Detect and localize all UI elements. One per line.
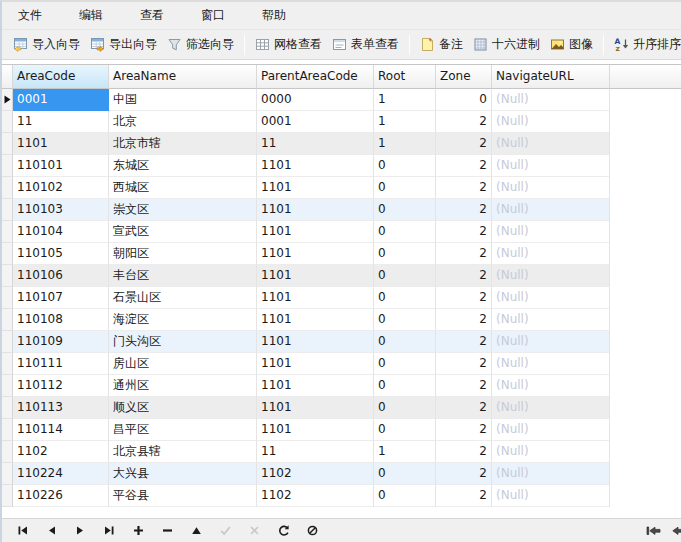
- row-indicator-cell[interactable]: [2, 177, 13, 199]
- cell-root[interactable]: 0: [374, 199, 436, 221]
- export-wizard-button[interactable]: 导出向导: [85, 33, 162, 56]
- menu-item-window[interactable]: 窗口: [189, 2, 237, 29]
- cell-areaname[interactable]: 北京县辖: [109, 441, 257, 463]
- column-header-navigateurl[interactable]: NavigateURL: [492, 65, 610, 89]
- cell-zone[interactable]: 2: [436, 397, 492, 419]
- hex-button[interactable]: 十六进制: [468, 33, 545, 56]
- nav-next-button[interactable]: [70, 522, 90, 542]
- cell-navigateurl[interactable]: (Null): [492, 419, 610, 441]
- cell-areacode[interactable]: 110103: [13, 199, 109, 221]
- cell-root[interactable]: 0: [374, 221, 436, 243]
- grid-view-button[interactable]: 网格查看: [250, 33, 327, 56]
- row-indicator-cell[interactable]: [2, 199, 13, 221]
- column-header-areacode[interactable]: AreaCode: [13, 65, 109, 89]
- cell-parentareacode[interactable]: 1101: [257, 331, 374, 353]
- cell-areaname[interactable]: 大兴县: [109, 463, 257, 485]
- cell-root[interactable]: 1: [374, 111, 436, 133]
- row-indicator-cell[interactable]: [2, 221, 13, 243]
- import-wizard-button[interactable]: 导入向导: [8, 33, 85, 56]
- cell-parentareacode[interactable]: 1101: [257, 199, 374, 221]
- cell-zone[interactable]: 2: [436, 463, 492, 485]
- cell-parentareacode[interactable]: 1101: [257, 177, 374, 199]
- nav-delete-button[interactable]: [157, 522, 177, 542]
- cell-zone[interactable]: 2: [436, 155, 492, 177]
- cell-root[interactable]: 1: [374, 441, 436, 463]
- filter-wizard-button[interactable]: 筛选向导: [162, 33, 239, 56]
- nav-insert-button[interactable]: [128, 522, 148, 542]
- cell-root[interactable]: 0: [374, 419, 436, 441]
- cell-root[interactable]: 0: [374, 353, 436, 375]
- cell-zone[interactable]: 2: [436, 243, 492, 265]
- cell-areaname[interactable]: 朝阳区: [109, 243, 257, 265]
- row-indicator-cell[interactable]: [2, 463, 13, 485]
- cell-zone[interactable]: 2: [436, 177, 492, 199]
- row-indicator-cell[interactable]: [2, 265, 13, 287]
- cell-areaname[interactable]: 顺义区: [109, 397, 257, 419]
- cell-areacode[interactable]: 110113: [13, 397, 109, 419]
- cell-zone[interactable]: 0: [436, 89, 492, 111]
- cell-parentareacode[interactable]: 1101: [257, 265, 374, 287]
- image-button[interactable]: 图像: [545, 33, 598, 56]
- cell-zone[interactable]: 2: [436, 133, 492, 155]
- cell-zone[interactable]: 2: [436, 221, 492, 243]
- menu-item-help[interactable]: 帮助: [250, 2, 298, 29]
- cell-zone[interactable]: 2: [436, 485, 492, 507]
- cell-zone[interactable]: 2: [436, 441, 492, 463]
- cell-areaname[interactable]: 北京: [109, 111, 257, 133]
- cell-areacode[interactable]: 110109: [13, 331, 109, 353]
- cell-navigateurl[interactable]: (Null): [492, 111, 610, 133]
- nav-first-button[interactable]: [12, 522, 32, 542]
- cell-navigateurl[interactable]: (Null): [492, 331, 610, 353]
- row-indicator-cell[interactable]: [2, 419, 13, 441]
- row-indicator-cell[interactable]: [2, 111, 13, 133]
- cell-navigateurl[interactable]: (Null): [492, 397, 610, 419]
- nav-refresh-button[interactable]: [273, 522, 293, 542]
- menu-item-view[interactable]: 查看: [128, 2, 176, 29]
- cell-root[interactable]: 0: [374, 331, 436, 353]
- cell-areacode[interactable]: 0001: [13, 89, 109, 111]
- menu-item-file[interactable]: 文件: [6, 2, 54, 29]
- nav-last-button[interactable]: [99, 522, 119, 542]
- cell-root[interactable]: 1: [374, 133, 436, 155]
- cell-navigateurl[interactable]: (Null): [492, 375, 610, 397]
- cell-zone[interactable]: 2: [436, 287, 492, 309]
- cell-parentareacode[interactable]: 1101: [257, 309, 374, 331]
- cell-root[interactable]: 0: [374, 287, 436, 309]
- cell-areaname[interactable]: 海淀区: [109, 309, 257, 331]
- cell-navigateurl[interactable]: (Null): [492, 265, 610, 287]
- cell-parentareacode[interactable]: 1101: [257, 375, 374, 397]
- memo-button[interactable]: 备注: [415, 33, 468, 56]
- cell-areaname[interactable]: 宣武区: [109, 221, 257, 243]
- cell-areacode[interactable]: 110101: [13, 155, 109, 177]
- cell-areaname[interactable]: 北京市辖: [109, 133, 257, 155]
- cell-areaname[interactable]: 西城区: [109, 177, 257, 199]
- cell-navigateurl[interactable]: (Null): [492, 309, 610, 331]
- cell-areacode[interactable]: 11: [13, 111, 109, 133]
- cell-navigateurl[interactable]: (Null): [492, 463, 610, 485]
- cell-zone[interactable]: 2: [436, 375, 492, 397]
- cell-root[interactable]: 0: [374, 375, 436, 397]
- column-header-areaname[interactable]: AreaName: [109, 65, 257, 89]
- cell-root[interactable]: 0: [374, 309, 436, 331]
- sort-asc-button[interactable]: Az升序排序: [609, 33, 681, 56]
- cell-zone[interactable]: 2: [436, 353, 492, 375]
- row-indicator-cell[interactable]: [2, 485, 13, 507]
- cell-areacode[interactable]: 110226: [13, 485, 109, 507]
- cell-parentareacode[interactable]: 1101: [257, 287, 374, 309]
- cell-areacode[interactable]: 110114: [13, 419, 109, 441]
- cell-navigateurl[interactable]: (Null): [492, 199, 610, 221]
- row-indicator-cell[interactable]: [2, 397, 13, 419]
- cell-areacode[interactable]: 110108: [13, 309, 109, 331]
- cell-areacode[interactable]: 110102: [13, 177, 109, 199]
- cell-zone[interactable]: 2: [436, 419, 492, 441]
- column-header-root[interactable]: Root: [374, 65, 436, 89]
- row-indicator-cell[interactable]: [2, 441, 13, 463]
- row-indicator-cell[interactable]: [2, 309, 13, 331]
- cell-areacode[interactable]: 110111: [13, 353, 109, 375]
- cell-areacode[interactable]: 110105: [13, 243, 109, 265]
- cell-root[interactable]: 0: [374, 265, 436, 287]
- form-view-button[interactable]: 表单查看: [327, 33, 404, 56]
- cell-navigateurl[interactable]: (Null): [492, 221, 610, 243]
- cell-zone[interactable]: 2: [436, 309, 492, 331]
- cell-areaname[interactable]: 平谷县: [109, 485, 257, 507]
